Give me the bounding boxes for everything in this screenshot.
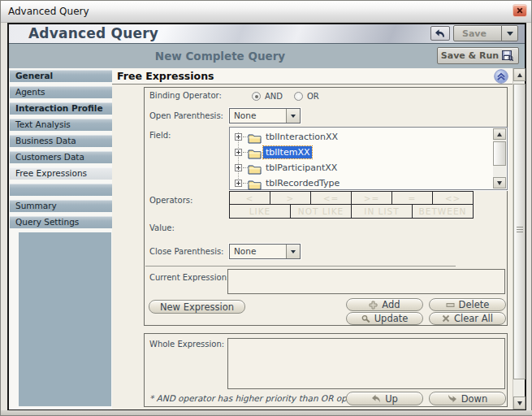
window-frame-bottom — [1, 410, 532, 415]
operator-between-button[interactable]: BETWEEN — [413, 205, 473, 218]
query-name: New Complete Query — [9, 50, 431, 63]
sidebar-item-business-data[interactable]: Business Data — [10, 135, 112, 147]
tree-item-tblitem[interactable]: tblItemXX — [230, 145, 490, 160]
folder-icon — [248, 133, 262, 144]
advanced-query-window: Advanced Query Advanced Query Save New C… — [0, 0, 532, 416]
expand-plus-icon[interactable] — [235, 149, 242, 156]
up-arrow-icon — [371, 394, 381, 403]
close-button[interactable] — [513, 4, 527, 17]
close-parenthesis-dropdown-button[interactable] — [286, 245, 300, 258]
sidebar-item-interaction-profile[interactable]: Interaction Profile — [10, 102, 112, 115]
close-parenthesis-select[interactable]: None — [229, 244, 301, 259]
operator-gte-button[interactable]: >= — [352, 192, 391, 204]
tree-scroll-up-button[interactable] — [493, 128, 506, 140]
operators-label: Operators: — [149, 196, 192, 205]
tree-item-tblinteraction[interactable]: tblInteractionXX — [230, 129, 490, 145]
folder-icon — [248, 164, 262, 175]
whole-expression-input[interactable] — [227, 338, 505, 389]
add-button[interactable]: Add — [346, 298, 423, 311]
operator-not-like-button[interactable]: NOT LIKE — [291, 205, 351, 218]
chevron-down-icon — [507, 32, 513, 36]
save-dropdown-button[interactable] — [501, 26, 517, 41]
operator-like-button[interactable]: LIKE — [230, 205, 290, 218]
delete-icon — [446, 301, 455, 310]
main-scrollbar[interactable] — [513, 68, 525, 410]
save-and-run-button[interactable]: Save & Run — [437, 47, 519, 64]
page-title: Advanced Query — [28, 25, 158, 41]
divider — [145, 266, 456, 266]
operator-lt-button[interactable]: < — [230, 192, 270, 204]
update-button[interactable]: Update — [346, 312, 423, 325]
tree-item-tblparticipant[interactable]: tblParticipantXX — [230, 160, 490, 176]
sidebar-filler — [19, 232, 111, 406]
dialog-content: Advanced Query Save New Complete Query S… — [7, 23, 526, 411]
folder-icon — [248, 180, 262, 190]
add-label: Add — [382, 299, 400, 310]
tree-item-label: tblRecordedType — [263, 177, 342, 189]
update-icon — [361, 314, 370, 323]
sidebar-spacer-band — [10, 184, 112, 196]
sidebar-item-agents[interactable]: Agents — [10, 86, 112, 98]
operators-grid: < > <= >= = <> LIKE NOT LIKE IN LIST BET… — [229, 191, 474, 219]
up-button[interactable]: Up — [346, 392, 423, 405]
chevron-down-icon — [291, 250, 296, 254]
field-tree: tblInteractionXX tblItemXX tblParticipan… — [229, 127, 508, 190]
scroll-down-icon — [517, 401, 522, 405]
open-parenthesis-dropdown-button[interactable] — [286, 109, 300, 123]
open-parenthesis-label: Open Parenthesis: — [149, 111, 223, 120]
tree-scrollbar[interactable] — [493, 128, 506, 188]
scroll-down-icon — [497, 181, 502, 185]
new-expression-button[interactable]: New Expression — [149, 300, 245, 314]
up-label: Up — [385, 393, 398, 405]
sidebar-item-free-expressions[interactable]: Free Expressions — [10, 167, 112, 180]
priority-note: * AND operator has higher priority than … — [149, 393, 373, 403]
save-button[interactable]: Save — [453, 25, 518, 41]
scroll-up-button[interactable] — [513, 68, 526, 81]
delete-button[interactable]: Delete — [429, 298, 506, 311]
close-parenthesis-value: None — [234, 246, 256, 256]
radio-and[interactable] — [252, 92, 261, 101]
value-label: Value: — [149, 223, 175, 232]
sidebar-item-text-analysis[interactable]: Text Analysis — [10, 119, 112, 131]
titlebar: Advanced Query — [1, 1, 531, 23]
radio-or[interactable] — [294, 92, 303, 101]
window-title: Advanced Query — [8, 6, 89, 17]
sidebar-item-query-settings[interactable]: Query Settings — [10, 216, 112, 228]
operator-lte-button[interactable]: <= — [311, 192, 351, 204]
radio-or-label: OR — [307, 92, 319, 101]
tree-item-tblrecordedtype[interactable]: tblRecordedType — [230, 176, 490, 191]
open-parenthesis-value: None — [234, 110, 256, 120]
binding-operator-label: Binding Operator: — [149, 91, 222, 100]
open-parenthesis-select[interactable]: None — [229, 108, 301, 124]
update-label: Update — [374, 313, 409, 324]
radio-and-label: AND — [265, 92, 283, 101]
tree-scroll-down-button[interactable] — [493, 177, 506, 188]
down-arrow-icon — [448, 394, 457, 403]
expand-plus-icon[interactable] — [235, 180, 242, 187]
collapse-section-button[interactable] — [494, 69, 508, 84]
down-button[interactable]: Down — [429, 392, 506, 405]
expression-builder-group: Binding Operator: AND OR Open Parenthesi… — [144, 87, 508, 326]
sidebar-item-general[interactable]: General — [10, 70, 112, 82]
tree-scrollbar-thumb[interactable] — [493, 141, 506, 166]
save-button-label: Save — [454, 26, 501, 41]
expand-plus-icon[interactable] — [235, 133, 242, 141]
sidebar-item-summary[interactable]: Summary — [10, 200, 112, 212]
operator-eq-button[interactable]: = — [392, 192, 432, 204]
close-parenthesis-label: Close Parenthesis: — [149, 247, 224, 256]
current-expression-input[interactable] — [227, 269, 505, 294]
clear-all-label: Clear All — [454, 313, 493, 324]
scroll-down-button[interactable] — [513, 396, 526, 410]
undo-button[interactable] — [430, 26, 450, 41]
clear-all-button[interactable]: Clear All — [429, 312, 506, 325]
operator-gt-button[interactable]: > — [270, 192, 310, 204]
operator-in-list-button[interactable]: IN LIST — [352, 205, 412, 218]
operator-neq-button[interactable]: <> — [433, 192, 473, 204]
clear-all-icon — [442, 314, 450, 323]
scrollbar-thumb[interactable] — [513, 84, 526, 379]
sidebar-item-customers-data[interactable]: Customers Data — [10, 151, 112, 163]
current-expression-label: Current Expression: — [149, 273, 229, 282]
new-expression-label: New Expression — [160, 301, 234, 313]
expand-plus-icon[interactable] — [235, 164, 242, 171]
dialog-body: General Agents Interaction Profile Text … — [9, 68, 525, 410]
